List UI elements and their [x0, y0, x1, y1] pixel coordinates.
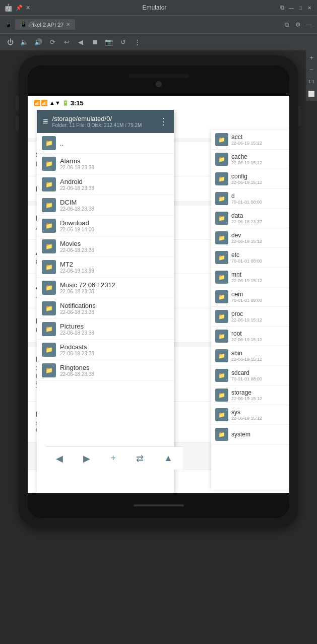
fm-right-item-date: 22-06-19 15:12 [231, 416, 262, 421]
fm-right-item-15[interactable]: 📁 system [211, 425, 289, 444]
fm-folder-icon: 📁 [42, 239, 56, 253]
maximize-button[interactable]: □ [297, 4, 304, 11]
fm-meta: Folder: 11 File: 0 Disk: 212.41M / 79.2M [52, 122, 155, 128]
fm-item-date: 22-06-18 23:38 [60, 330, 94, 336]
close-button[interactable]: ✕ [306, 4, 313, 11]
fm-right-item-date: 22-06-19 15:12 [231, 180, 262, 185]
fm-right-item-1[interactable]: 📁 cache 22-06-19 15:12 [211, 150, 289, 169]
emu-stop-icon[interactable]: ⏹ [90, 37, 100, 47]
restore-button[interactable]: ⧉ [279, 4, 286, 11]
fm-folder-icon: 📁 [42, 157, 56, 171]
fm-right-item-13[interactable]: 📁 storage 22-06-19 15:12 [211, 385, 289, 405]
emu-rotate2-icon[interactable]: ↩ [61, 37, 72, 47]
device-tab[interactable]: 📱 Pixel 2 API 27 ✕ [15, 19, 75, 30]
fm-item-name: Download [60, 219, 94, 227]
fm-right-item-2[interactable]: 📁 config 22-06-19 15:12 [211, 169, 289, 189]
emu-volume-down-icon[interactable]: 🔈 [19, 37, 29, 47]
emu-power-icon[interactable]: ⏻ [5, 37, 15, 47]
fm-right-item-8[interactable]: 📁 oem 70-01-01 08:00 [211, 287, 289, 307]
toolbar-minimize-icon[interactable]: — [305, 21, 313, 29]
fm-bottom-btn-2[interactable]: + [106, 453, 120, 464]
fm-right-item-3[interactable]: 📁 d 70-01-01 08:00 [211, 189, 289, 209]
fm-right-item-name: system [231, 431, 250, 438]
fm-right-item-name: root [231, 330, 262, 337]
emu-back-icon[interactable]: ◀ [76, 37, 86, 47]
zoom-out-button[interactable]: − [306, 65, 316, 75]
fm-right-item-name: cache [231, 153, 262, 160]
toolbar-settings-icon[interactable]: ⚙ [294, 21, 302, 29]
fm-folder-icon: 📁 [42, 281, 56, 295]
fm-left-item-2[interactable]: 📁 Android 22-06-18 23:38 [37, 174, 174, 195]
speaker-grille [129, 74, 189, 78]
minimize-button[interactable]: — [288, 4, 295, 11]
fm-right-item-date: 70-01-01 08:00 [231, 259, 262, 264]
fm-right-item-4[interactable]: 📁 data 22-06-18 23:37 [211, 209, 289, 228]
title-bar-settings-icon[interactable]: ✕ [26, 5, 30, 11]
toolbar: 📱 📱 Pixel 2 API 27 ✕ ⧉ ⚙ — [0, 15, 317, 33]
volume-up-button[interactable] [16, 96, 19, 111]
fm-right-item-14[interactable]: 📁 sys 22-06-19 15:12 [211, 405, 289, 425]
fm-right-item-7[interactable]: 📁 mnt 22-06-19 15:12 [211, 268, 289, 287]
fm-right-item-date: 70-01-01 08:00 [231, 298, 262, 303]
fm-right-item-name: sbin [231, 350, 262, 357]
fm-item-date: 22-06-18 23:38 [60, 371, 94, 377]
fm-bottom-btn-1[interactable]: ▶ [79, 453, 94, 464]
fm-hamburger-icon[interactable]: ≡ [43, 116, 48, 127]
frame-button[interactable]: ⬜ [306, 89, 316, 99]
cellular-icon: ▲▼ [49, 100, 60, 106]
fm-right-item-date: 70-01-01 08:00 [231, 200, 262, 205]
fm-right-item-9[interactable]: 📁 proc 22-06-19 15:12 [211, 307, 289, 327]
fm-left-item-5[interactable]: 📁 Movies 22-06-18 23:38 [37, 236, 174, 257]
device-tab-close[interactable]: ✕ [66, 22, 70, 27]
emu-camera-icon[interactable]: 📷 [104, 37, 114, 47]
screen-content: ← About emulated device Status Phone num… [28, 110, 289, 493]
fm-left-item-11[interactable]: 📁 Ringtones 22-06-18 23:38 [37, 360, 174, 381]
fm-item-date: 22-06-19 13:39 [60, 268, 94, 274]
fm-right-item-0[interactable]: 📁 acct 22-06-19 15:12 [211, 130, 289, 150]
fm-left-item-0[interactable]: 📁 .. [37, 133, 174, 154]
fm-left-item-8[interactable]: 📁 Notifications 22-06-18 23:38 [37, 298, 174, 319]
fm-left-item-7[interactable]: 📁 Music 72 06 I 2312 22-06-18 23:38 [37, 278, 174, 298]
fm-header-info: /storage/emulated/0/ Folder: 11 File: 0 … [52, 115, 155, 128]
title-bar-pin-icon[interactable]: 📌 [16, 5, 23, 11]
fm-left-item-4[interactable]: 📁 Download 22-06-19 14:00 [37, 216, 174, 236]
fm-left-item-10[interactable]: 📁 Podcasts 22-06-18 23:38 [37, 340, 174, 360]
fm-right-item-5[interactable]: 📁 dev 22-06-19 15:12 [211, 228, 289, 248]
fm-item-name: Alarms [60, 157, 94, 165]
fm-bottom-btn-3[interactable]: ⇄ [132, 453, 148, 464]
fm-item-name: DCIM [60, 199, 94, 206]
fm-left-item-6[interactable]: 📁 MT2 22-06-19 13:39 [37, 257, 174, 278]
fm-right-folder-icon: 📁 [215, 349, 228, 362]
fm-right-folder-icon: 📁 [215, 172, 228, 185]
fm-left-item-9[interactable]: 📁 Pictures 22-06-18 23:38 [37, 319, 174, 340]
fm-right-item-name: mnt [231, 271, 262, 278]
emu-more-icon[interactable]: ⋮ [132, 37, 142, 47]
fm-left-item-3[interactable]: 📁 DCIM 22-06-18 23:38 [37, 195, 174, 216]
fm-left-item-1[interactable]: 📁 Alarms 22-06-18 23:38 [37, 154, 174, 174]
fm-right-item-date: 70-01-01 08:00 [231, 376, 262, 381]
toolbar-restore-icon[interactable]: ⧉ [283, 21, 291, 29]
fm-right-item-6[interactable]: 📁 etc 70-01-01 08:00 [211, 248, 289, 268]
fm-menu-icon[interactable]: ⋮ [159, 116, 168, 127]
fm-right-item-date: 22-06-19 15:12 [231, 141, 262, 146]
emu-rotate-icon[interactable]: ⟳ [47, 37, 57, 47]
fm-item-name: Android [60, 178, 94, 185]
fm-item-date: 22-06-18 23:38 [60, 351, 94, 356]
power-button[interactable] [298, 106, 301, 126]
zoom-in-button[interactable]: + [306, 52, 316, 62]
toolbar-icon-1[interactable]: 📱 [4, 21, 12, 29]
fm-right-item-date: 22-06-18 23:37 [231, 219, 262, 224]
ratio-button[interactable]: 1:1 [306, 77, 316, 87]
fm-right-item-12[interactable]: 📁 sdcard 70-01-01 08:00 [211, 366, 289, 385]
emu-refresh-icon[interactable]: ↺ [118, 37, 128, 47]
fm-right-item-date: 22-06-19 15:12 [231, 337, 262, 342]
fm-right-item-name: etc [231, 251, 262, 259]
emu-volume-up-icon[interactable]: 🔊 [33, 37, 43, 47]
fm-right-folder-icon: 📁 [215, 330, 228, 343]
fm-bottom-btn-0[interactable]: ◀ [52, 453, 67, 464]
fm-right-item-10[interactable]: 📁 root 22-06-19 15:12 [211, 327, 289, 346]
fm-right-item-11[interactable]: 📁 sbin 22-06-19 15:12 [211, 346, 289, 366]
fm-bottom-btn-4[interactable]: ▲ [160, 453, 177, 464]
volume-down-button[interactable] [16, 116, 19, 131]
fm-right-folder-icon: 📁 [215, 231, 228, 244]
